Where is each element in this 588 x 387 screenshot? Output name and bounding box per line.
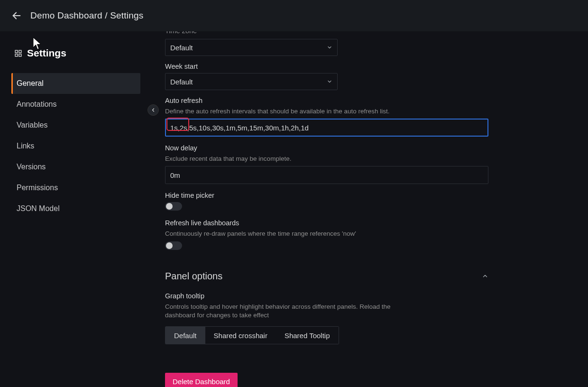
segment-default[interactable]: Default bbox=[165, 327, 205, 344]
sidebar-item-label: Annotations bbox=[17, 100, 57, 109]
sidebar-item-variables[interactable]: Variables bbox=[11, 115, 140, 136]
content: Time zone Default Week start Default Aut… bbox=[152, 31, 588, 387]
timezone-select[interactable]: Default bbox=[165, 39, 338, 56]
chevron-left-icon bbox=[150, 107, 156, 113]
field-nowdelay: Now delay Exclude recent data that may b… bbox=[165, 144, 577, 184]
chevron-down-icon bbox=[327, 79, 332, 84]
segment-shared-crosshair[interactable]: Shared crosshair bbox=[205, 327, 276, 344]
sidebar-item-versions[interactable]: Versions bbox=[11, 157, 140, 177]
settings-heading: Settings bbox=[11, 47, 140, 59]
settings-heading-text: Settings bbox=[27, 47, 66, 59]
chevron-up-icon bbox=[482, 273, 488, 279]
field-label: Refresh live dashboards bbox=[165, 219, 577, 227]
collapse-sidebar-button[interactable] bbox=[147, 104, 159, 116]
segment-shared-tooltip[interactable]: Shared Tooltip bbox=[276, 327, 339, 344]
page-title: Demo Dashboard / Settings bbox=[30, 10, 143, 21]
header: Demo Dashboard / Settings bbox=[0, 0, 588, 31]
sidebar-item-general[interactable]: General bbox=[11, 73, 140, 94]
chevron-down-icon bbox=[327, 45, 332, 50]
sidebar-item-label: Permissions bbox=[17, 184, 58, 192]
weekstart-select[interactable]: Default bbox=[165, 73, 338, 90]
svg-rect-1 bbox=[15, 50, 18, 53]
sidebar-nav: General Annotations Variables Links Vers… bbox=[11, 73, 140, 219]
field-label: Time zone bbox=[165, 31, 577, 35]
arrow-left-icon bbox=[11, 10, 22, 21]
sidebar-item-label: Variables bbox=[17, 121, 48, 129]
field-label: Now delay bbox=[165, 144, 577, 152]
section-title: Panel options bbox=[165, 271, 222, 282]
select-value: Default bbox=[170, 78, 193, 86]
section-collapse-button[interactable] bbox=[482, 273, 488, 279]
dashboard-icon bbox=[14, 49, 22, 57]
field-label: Graph tooltip bbox=[165, 292, 577, 300]
sidebar-item-annotations[interactable]: Annotations bbox=[11, 94, 140, 115]
sidebar-item-label: Versions bbox=[17, 163, 46, 171]
field-autorefresh: Auto refresh Define the auto refresh int… bbox=[165, 97, 577, 137]
svg-rect-3 bbox=[15, 54, 18, 56]
field-description: Continuously re-draw panels where the ti… bbox=[165, 230, 487, 238]
field-hidetimepicker: Hide time picker bbox=[165, 192, 577, 211]
hidetimepicker-toggle[interactable] bbox=[165, 202, 182, 211]
svg-rect-2 bbox=[19, 50, 21, 53]
sidebar-item-label: General bbox=[17, 79, 44, 88]
svg-rect-4 bbox=[19, 54, 21, 56]
field-graphtooltip: Graph tooltip Controls tooltip and hover… bbox=[165, 292, 577, 344]
autorefresh-input[interactable] bbox=[165, 119, 488, 137]
refreshlive-toggle[interactable] bbox=[165, 241, 182, 250]
back-button[interactable] bbox=[9, 8, 25, 24]
toggle-knob bbox=[166, 203, 173, 210]
sidebar-item-label: JSON Model bbox=[17, 204, 60, 213]
field-description: Define the auto refresh intervals that s… bbox=[165, 107, 487, 116]
nowdelay-input[interactable] bbox=[165, 166, 488, 184]
sidebar: Settings General Annotations Variables L… bbox=[0, 31, 152, 387]
field-label: Auto refresh bbox=[165, 97, 577, 104]
sidebar-item-links[interactable]: Links bbox=[11, 136, 140, 157]
toggle-knob bbox=[166, 242, 173, 249]
sidebar-item-permissions[interactable]: Permissions bbox=[11, 177, 140, 198]
field-weekstart: Week start Default bbox=[165, 63, 577, 90]
field-label: Hide time picker bbox=[165, 192, 577, 199]
sidebar-item-json-model[interactable]: JSON Model bbox=[11, 198, 140, 219]
sidebar-item-label: Links bbox=[17, 142, 34, 150]
graphtooltip-buttongroup: Default Shared crosshair Shared Tooltip bbox=[165, 326, 339, 344]
panel-options-header: Panel options bbox=[165, 271, 488, 282]
select-value: Default bbox=[170, 44, 193, 52]
delete-dashboard-button[interactable]: Delete Dashboard bbox=[165, 373, 238, 387]
field-timezone: Time zone Default bbox=[165, 31, 577, 56]
field-refreshlive: Refresh live dashboards Continuously re-… bbox=[165, 219, 577, 249]
field-description: Exclude recent data that may be incomple… bbox=[165, 155, 487, 163]
field-description: Controls tooltip and hover highlight beh… bbox=[165, 303, 412, 320]
field-label: Week start bbox=[165, 63, 577, 70]
